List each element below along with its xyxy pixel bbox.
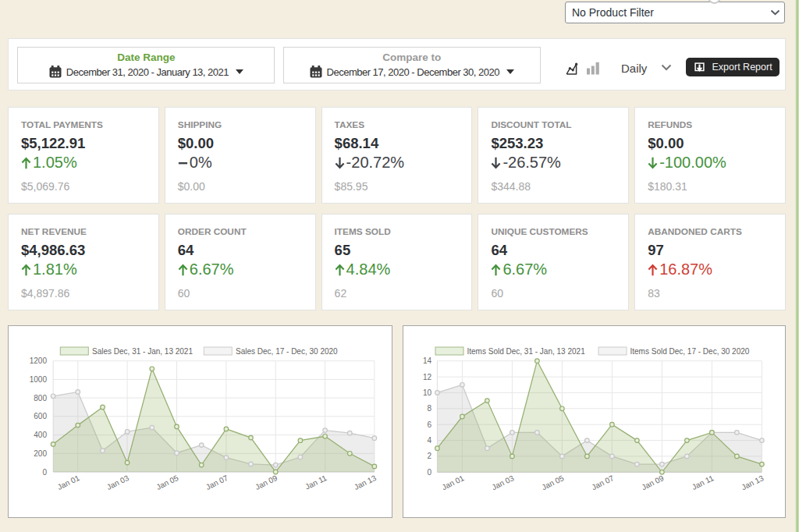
svg-text:Items Sold Dec, 17 - Dec, 30 2: Items Sold Dec, 17 - Dec, 30 2020	[630, 347, 750, 356]
svg-text:1200: 1200	[30, 356, 48, 365]
svg-text:Jan 09: Jan 09	[640, 473, 665, 491]
svg-text:Jan 01: Jan 01	[56, 473, 81, 491]
svg-text:10: 10	[423, 388, 432, 397]
svg-text:6: 6	[427, 420, 431, 429]
svg-text:800: 800	[34, 394, 47, 403]
svg-text:2: 2	[427, 452, 431, 460]
svg-text:Sales Dec, 31 - Jan, 13 2021: Sales Dec, 31 - Jan, 13 2021	[92, 347, 193, 356]
svg-text:Jan 03: Jan 03	[105, 473, 130, 491]
svg-text:200: 200	[34, 449, 47, 458]
svg-text:Jan 07: Jan 07	[590, 473, 615, 491]
svg-text:400: 400	[34, 431, 47, 439]
svg-text:12: 12	[423, 373, 432, 381]
svg-text:Jan 01: Jan 01	[440, 473, 465, 491]
svg-text:Jan 13: Jan 13	[740, 473, 765, 491]
svg-text:600: 600	[34, 412, 47, 420]
svg-text:Jan 13: Jan 13	[353, 473, 378, 491]
svg-text:Items Sold Dec, 31 - Jan, 13 2: Items Sold Dec, 31 - Jan, 13 2021	[467, 347, 586, 356]
svg-text:Jan 09: Jan 09	[254, 473, 279, 491]
svg-text:Jan 05: Jan 05	[155, 473, 180, 491]
svg-text:14: 14	[423, 356, 432, 365]
svg-text:1000: 1000	[30, 375, 48, 384]
svg-text:Jan 07: Jan 07	[204, 473, 229, 491]
svg-text:0: 0	[427, 468, 431, 477]
svg-text:8: 8	[427, 404, 431, 413]
svg-text:Sales Dec, 17 - Dec, 30 2020: Sales Dec, 17 - Dec, 30 2020	[236, 347, 338, 356]
svg-text:4: 4	[427, 436, 431, 445]
svg-text:0: 0	[42, 468, 47, 477]
svg-text:Jan 11: Jan 11	[304, 473, 328, 491]
svg-text:Jan 05: Jan 05	[540, 473, 565, 491]
svg-text:Jan 11: Jan 11	[691, 473, 716, 491]
svg-text:Jan 03: Jan 03	[490, 473, 515, 491]
